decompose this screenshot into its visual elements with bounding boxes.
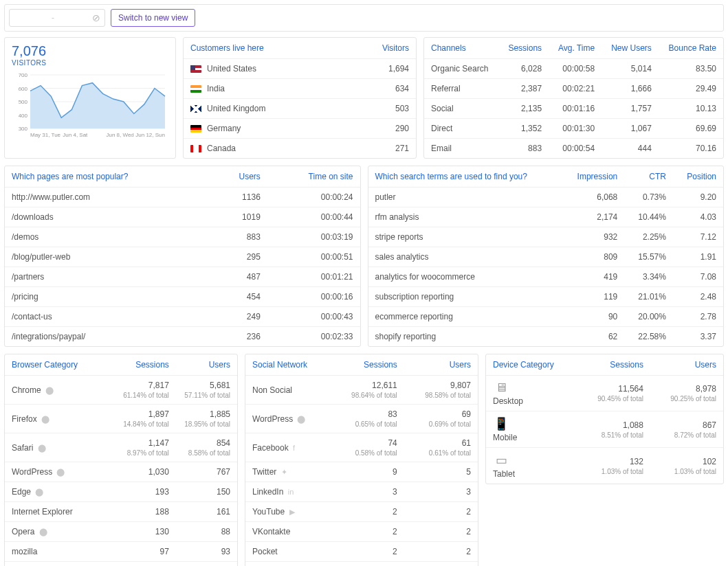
search-term: ecommerce reporting [368,307,562,327]
browser-row[interactable]: Samsung Internet 7467 [5,562,237,567]
channel-row[interactable]: Organic Search6,02800:00:585,01483.50 [424,59,723,79]
search-term: subscription reporting [368,287,562,307]
page-path: /partners [5,267,211,287]
device-row[interactable]: 📱Mobile1,0888.51% of total8678.72% of to… [486,411,723,448]
searchterm-row[interactable]: analytics for woocommerce4193.34%7.08 [368,267,724,287]
social-row[interactable]: Non Social 12,61198.64% of total9,80798.… [245,376,478,405]
country-row[interactable]: Germany290 [184,119,416,139]
social-row[interactable]: VKontakte 22 [245,522,478,542]
browser-row[interactable]: Safari ⬤1,1478.97% of total8548.58% of t… [5,433,237,462]
searchterm-row[interactable]: shopify reporting6222.58%3.37 [368,327,724,347]
channel-row[interactable]: Email88300:00:5444470.16 [424,139,723,159]
country-name: Canada [207,144,236,153]
country-row[interactable]: United States1,694 [184,59,416,79]
desktop-icon: 🖥 [493,381,509,395]
customers-col: Visitors [382,43,409,53]
flag-icon [190,65,201,73]
country-visitors: 503 [351,99,416,119]
device-row[interactable]: ▭Tablet1321.03% of total1021.03% of tota… [486,448,723,484]
device-name: Mobile [493,433,571,442]
page-row[interactable]: /downloads101900:00:44 [5,207,360,227]
row-label: Internet Explorer [12,507,73,517]
row-label: Facebook [252,443,289,453]
social-row[interactable]: Pocket 22 [245,542,478,562]
searchterm-row[interactable]: sales analytics80915.57%1.91 [368,247,724,267]
social-row[interactable]: Quora Q11 [245,562,478,567]
social-row[interactable]: LinkedIn in33 [245,482,478,502]
page-path: /contact-us [5,307,211,327]
browsers-title[interactable]: Browser Category [5,354,115,376]
row-label: LinkedIn [252,487,283,497]
visitors-sparkline: 300400500600700 May 31, TueJun 4, SatJun… [11,71,169,139]
devices-card: Device Category Sessions Users 🖥Desktop1… [485,354,724,484]
filter-select[interactable]: - ⊘ [9,9,105,27]
row-label: mozilla [12,547,37,556]
device-name: Desktop [493,396,571,406]
country-row[interactable]: India634 [184,79,416,99]
row-label: Opera [12,527,34,536]
svg-text:May 31, Tue: May 31, Tue [30,132,61,138]
device-row[interactable]: 🖥Desktop11,56490.45% of total8,97890.25%… [486,376,723,411]
browser-row[interactable]: Chrome ⬤7,81761.14% of total5,68157.11% … [5,376,237,405]
searchterm-row[interactable]: subscription reporting11921.01%2.48 [368,287,724,307]
devices-title[interactable]: Device Category [486,354,577,376]
page-row[interactable]: http://www.putler.com113600:00:24 [5,188,360,207]
clear-icon[interactable]: ⊘ [92,12,100,23]
country-row[interactable]: Canada271 [184,139,416,159]
flag-icon [190,85,201,93]
browser-row[interactable]: mozilla 9793 [5,542,237,562]
browser-row[interactable]: Opera ⬤13088 [5,522,237,542]
social-row[interactable]: Facebook f740.58% of total610.61% of tot… [245,433,478,462]
searchterm-row[interactable]: putler6,0680.73%9.20 [368,188,724,207]
switch-view-button[interactable]: Switch to new view [111,9,195,27]
svg-text:300: 300 [19,126,28,132]
page-row[interactable]: /pricing45400:00:16 [5,287,360,307]
brand-icon: ✦ [281,468,287,476]
page-path: /downloads [5,207,211,227]
row-label: Pocket [252,547,278,556]
searchterms-card: Which search terms are used to find you?… [368,166,725,347]
channels-col: Channels [424,38,499,59]
channel-row[interactable]: Referral2,38700:02:211,66629.49 [424,79,723,99]
mobile-icon: 📱 [493,416,509,431]
page-row[interactable]: /contact-us24900:00:43 [5,307,360,327]
svg-text:Jun 12, Sun: Jun 12, Sun [135,132,165,138]
page-path: http://www.putler.com [5,188,211,207]
searchterm-row[interactable]: stripe reports9322.25%7.12 [368,227,724,247]
browser-row[interactable]: Firefox ⬤1,89714.84% of total1,88518.95%… [5,405,237,433]
pages-col-users: Users [211,166,267,188]
search-term: rfm analysis [368,207,562,227]
svg-text:400: 400 [19,113,28,119]
channel-row[interactable]: Social2,13500:01:161,75710.13 [424,99,723,119]
customers-title[interactable]: Customers live here [190,43,264,53]
page-path: /blog/putler-web [5,247,211,267]
social-row[interactable]: YouTube ▶22 [245,502,478,522]
browser-row[interactable]: Edge ⬤193150 [5,482,237,502]
browser-row[interactable]: Internet Explorer 188161 [5,502,237,522]
social-title[interactable]: Social Network [245,354,331,376]
search-term: sales analytics [368,247,562,267]
country-row[interactable]: United Kingdom503 [184,99,416,119]
page-row[interactable]: /integrations/paypal/23600:02:33 [5,327,360,347]
page-row[interactable]: /blog/putler-web29500:00:51 [5,247,360,267]
social-row[interactable]: Twitter ✦95 [245,462,478,482]
brand-icon: ⬤ [41,415,49,423]
channels-col: New Users [602,38,659,59]
country-visitors: 634 [351,79,416,99]
page-path: /integrations/paypal/ [5,327,211,347]
browsers-col-sessions: Sessions [115,354,176,376]
searchterms-title[interactable]: Which search terms are used to find you? [368,166,562,188]
search-term: stripe reports [368,227,562,247]
pages-title[interactable]: Which pages are most popular? [5,166,211,188]
searchterm-row[interactable]: rfm analysis2,17410.44%4.03 [368,207,724,227]
flag-icon [190,145,201,152]
page-row[interactable]: /demos88300:03:19 [5,227,360,247]
social-row[interactable]: WordPress ⬤830.65% of total690.69% of to… [245,405,478,433]
channels-col: Avg. Time [549,38,602,59]
browser-row[interactable]: WordPress ⬤1,030767 [5,462,237,482]
channel-row[interactable]: Direct1,35200:01:301,06769.69 [424,119,723,139]
social-card: Social Network Sessions Users Non Social… [245,354,478,566]
page-row[interactable]: /partners48700:01:21 [5,267,360,287]
searchterm-row[interactable]: ecommerce reporting9020.00%2.78 [368,307,724,327]
flag-icon [190,125,201,133]
